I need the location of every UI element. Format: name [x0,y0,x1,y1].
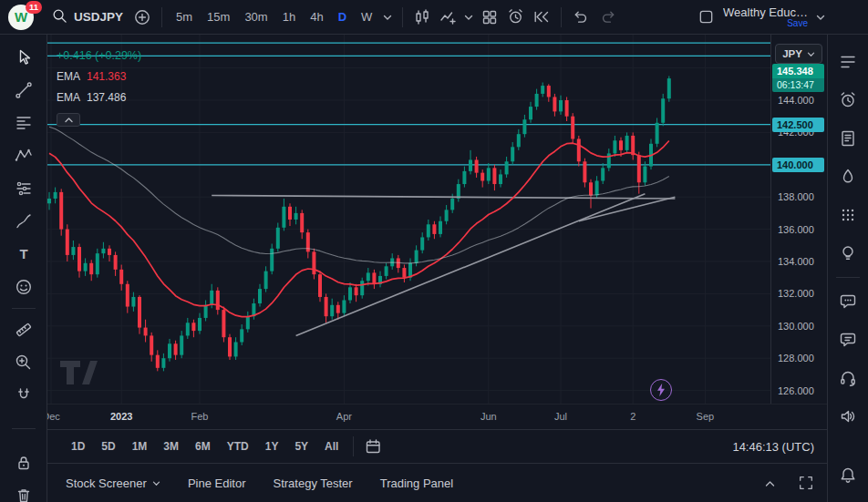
redo-icon[interactable] [595,5,620,30]
strategy-tester-label: Strategy Tester [273,476,352,490]
interval-5m[interactable]: 5m [170,5,199,29]
comments-icon[interactable] [830,321,866,359]
chart-legend: +0.416 (+0.29%) EMA 141.363 EMA 137.486 [57,49,141,127]
range-3m[interactable]: 3M [156,435,186,457]
fib-retracement-icon[interactable] [4,107,44,139]
range-1d[interactable]: 1D [64,435,92,457]
trash-icon[interactable] [4,479,44,502]
range-6m[interactable]: 6M [188,435,218,457]
range-1y[interactable]: 1Y [258,435,286,457]
price-scale-label: 138.000 [778,190,814,203]
text-tool-icon[interactable]: T [4,238,44,271]
panel-expand-chevron-icon[interactable] [758,470,781,496]
time-axis[interactable]: Dec2023FebAprJunJul2Sep [47,404,827,429]
trading-panel-tab[interactable]: Trading Panel [380,476,453,490]
flash-event-icon[interactable] [650,379,672,401]
forecast-icon[interactable] [4,172,44,205]
notification-count-badge: 11 [26,1,42,14]
currency-toggle-button[interactable]: JPY [775,44,822,64]
speaker-icon[interactable] [830,397,866,435]
candlestick-chart[interactable] [47,35,770,404]
fullscreen-icon[interactable] [794,470,818,496]
legend-collapse-button[interactable] [57,113,80,127]
bar-replay-icon[interactable] [530,5,553,30]
chart-type-icon[interactable] [410,5,434,30]
account-logo-button[interactable]: W 11 [8,5,34,30]
interval-30m[interactable]: 30m [238,5,274,29]
lock-icon[interactable] [4,446,44,479]
indicators-icon[interactable] [436,5,460,30]
current-price-badge: 145.348 06:13:47 [772,64,824,92]
interval-1h[interactable]: 1h [276,5,302,29]
range-5d[interactable]: 5D [94,435,122,457]
price-scale[interactable]: JPY 144.000142.000140.000138.000136.0001… [770,35,827,404]
alerts-icon[interactable] [830,81,866,119]
support-icon[interactable] [830,359,866,397]
top-toolbar: W 11 USDJPY 5m 15m 30m 1h 4h D W [0,0,868,35]
price-scale-label: 130.000 [778,320,814,333]
interval-1w[interactable]: W [355,5,378,29]
stock-screener-tab[interactable]: Stock Screener [66,476,160,490]
price-change: +0.416 (+0.29%) [57,49,141,62]
save-label[interactable]: Save [787,19,808,28]
price-level-badge: 142.500 [772,118,824,132]
pattern-icon[interactable] [4,139,44,172]
range-5y[interactable]: 5Y [287,435,315,457]
save-layout-icon[interactable] [694,5,718,30]
notifications-icon[interactable] [830,456,866,495]
divider [161,7,162,27]
magnet-icon[interactable] [4,379,44,412]
chart-area[interactable]: +0.416 (+0.29%) EMA 141.363 EMA 137.486 [47,35,827,404]
price-scale-label: 126.000 [778,384,814,397]
data-window-icon[interactable] [830,196,866,234]
clock-utc[interactable]: 14:46:13 (UTC) [732,440,814,454]
time-axis-label: Jul [554,411,567,422]
pine-editor-label: Pine Editor [188,476,246,490]
pine-editor-tab[interactable]: Pine Editor [188,476,246,490]
layout-grid-icon[interactable] [478,5,501,30]
ema2-value: 137.486 [87,91,126,104]
chat-icon[interactable] [830,282,866,321]
ema2-row[interactable]: EMA 137.486 [57,91,141,104]
widget-toolbar [827,35,868,502]
trend-line-icon[interactable] [4,74,44,107]
price-scale-label: 136.000 [778,223,814,236]
zoom-icon[interactable] [4,346,44,379]
logo-letter: W [15,9,27,25]
range-ytd[interactable]: YTD [220,435,256,457]
hotlists-icon[interactable] [830,158,866,196]
cursor-icon[interactable] [4,41,44,74]
strategy-tester-tab[interactable]: Strategy Tester [273,476,352,490]
ema1-row[interactable]: EMA 141.363 [57,70,141,83]
ideas-icon[interactable] [830,234,866,272]
watchlist-icon[interactable] [830,43,866,81]
time-axis-label: Feb [191,411,209,422]
go-to-date-icon[interactable] [361,434,385,459]
search-icon [52,8,67,26]
interval-4h[interactable]: 4h [304,5,329,29]
range-toolbar: 1D 5D 1M 3M 6M YTD 1Y 5Y All 14:46:13 (U… [47,429,827,463]
interval-menu-chevron-icon[interactable] [380,5,395,30]
compare-add-icon[interactable] [130,5,154,30]
range-all[interactable]: All [317,435,346,457]
divider [353,436,354,456]
interval-15m[interactable]: 15m [201,5,236,29]
drawing-toolbar: T [0,35,47,502]
emoji-icon[interactable] [4,271,44,303]
time-axis-label: Apr [336,411,352,422]
ruler-icon[interactable] [4,313,44,346]
layout-name-button[interactable]: Wealthy Educ… Save [723,5,808,28]
brush-icon[interactable] [4,205,44,238]
layout-menu-chevron-icon[interactable] [813,5,828,30]
undo-icon[interactable] [569,5,594,30]
ema-label: EMA [57,70,80,83]
alert-icon[interactable] [503,5,528,30]
interval-1d[interactable]: D [332,5,353,29]
news-icon[interactable] [830,119,866,158]
bar-countdown: 06:13:47 [772,78,824,92]
symbol-search-button[interactable]: USDJPY [46,5,129,30]
time-axis-label: Dec [47,411,60,422]
stock-screener-label: Stock Screener [66,476,147,490]
range-1m[interactable]: 1M [125,435,155,457]
indicators-chevron-icon[interactable] [461,5,476,30]
